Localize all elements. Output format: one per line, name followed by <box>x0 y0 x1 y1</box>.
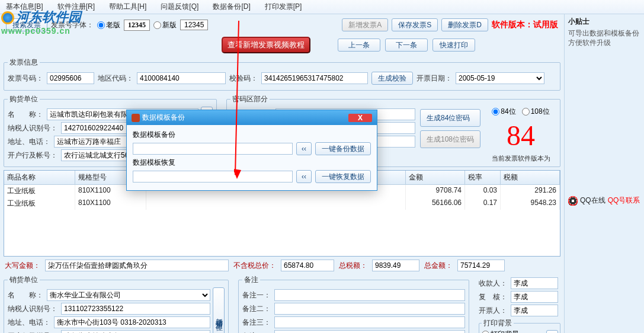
buyer-name-label: 名 称： <box>8 110 43 120</box>
drawer-input[interactable] <box>511 305 558 316</box>
invoice-num-input[interactable] <box>47 72 94 84</box>
review-input[interactable] <box>511 291 558 303</box>
remark4-label: 备注四： <box>242 331 271 334</box>
bg-yes-radio[interactable] <box>482 331 489 333</box>
cap-input[interactable] <box>45 260 229 271</box>
remark2-input[interactable] <box>274 303 465 315</box>
qq-icon <box>568 196 578 206</box>
qq-online-text: QQ在线 <box>580 196 605 206</box>
menu-help[interactable]: 帮助工具[H] <box>109 2 146 12</box>
area-label: 地区代码： <box>98 73 133 84</box>
tips-title: 小贴士 <box>568 17 640 27</box>
old-font-sample: 12345 <box>124 20 150 31</box>
seller-tax-input[interactable] <box>61 303 210 315</box>
qq-status[interactable]: QQ在线 QQ号联系 <box>568 196 640 206</box>
restore-label: 数据模板恢复 <box>133 158 371 168</box>
r84-radio[interactable] <box>492 108 499 116</box>
seller-bank-input[interactable] <box>61 330 210 333</box>
th-amt[interactable]: 金额 <box>406 171 465 185</box>
seller-bank-label: 开户行及帐号： <box>8 331 57 334</box>
menu-bar: 基本信息[B] 软件注册[R] 帮助工具[H] 问题反馈[Q] 数据备份[D] … <box>0 0 644 14</box>
gen108-button[interactable]: 生成108位密码 <box>420 130 480 148</box>
menu-backup[interactable]: 数据备份[D] <box>213 2 250 12</box>
recv-input[interactable] <box>511 277 558 289</box>
bg-yes-label: 打印背景 <box>491 329 519 333</box>
version-text: 软件版本：试用版 <box>492 20 558 30</box>
r108-label: 108位 <box>531 107 550 117</box>
total-input[interactable] <box>457 260 505 271</box>
seller-name-label: 名 称： <box>8 290 43 300</box>
old-font-radio[interactable] <box>97 21 105 29</box>
total-label: 总金额： <box>424 261 453 271</box>
remark1-input[interactable] <box>274 289 465 301</box>
menu-register[interactable]: 软件注册[R] <box>57 2 95 12</box>
add-seller-button[interactable]: 新增销货单位 <box>213 287 225 333</box>
r108-radio[interactable] <box>522 108 530 116</box>
dialog-titlebar[interactable]: 数据模板备份 X <box>127 110 377 125</box>
qq-link[interactable]: QQ号联系 <box>608 196 640 206</box>
restore-path-input[interactable] <box>133 171 293 182</box>
backup-path-input[interactable] <box>133 143 293 155</box>
new-invoice-button[interactable]: 新增发票A <box>342 18 388 31</box>
th-tax[interactable]: 税额 <box>501 171 560 185</box>
date-select[interactable]: 2005-05-19 <box>456 72 544 84</box>
taxsum-input[interactable] <box>372 260 419 271</box>
cap-label: 大写金额： <box>5 261 40 271</box>
prev-button[interactable]: 上一条 <box>338 39 380 52</box>
gen84-button[interactable]: 生成84位密码 <box>420 109 480 127</box>
restore-button[interactable]: 一键恢复数据 <box>315 170 371 183</box>
toolbar: 搜索发票 发票号字体： 老版 12345 新版 12345 新增发票A 保存发票… <box>0 14 564 36</box>
backup-label: 数据模板备份 <box>133 130 371 140</box>
search-invoice-button[interactable]: 搜索发票 <box>6 18 47 31</box>
summary-row: 大写金额： 不含税总价： 总税额： 总金额： <box>0 258 564 273</box>
tutorial-button[interactable]: 查看新增发票视频教程 <box>222 37 310 53</box>
notax-label: 不含税总价： <box>233 261 276 271</box>
tips-body2: 方便软件升级 <box>568 39 640 48</box>
tips-panel: 小贴士 可导出数据和模板备份 方便软件升级 QQ在线 QQ号联系 <box>564 14 644 333</box>
r84-label: 84位 <box>501 107 515 117</box>
delete-invoice-button[interactable]: 删除发票D <box>441 18 488 31</box>
buyer-legend: 购货单位 <box>8 94 40 104</box>
dialog-close-button[interactable]: X <box>348 114 372 122</box>
dialog-title-text: 数据模板备份 <box>142 113 185 123</box>
menu-basic[interactable]: 基本信息[B] <box>6 2 43 12</box>
new-font-radio[interactable] <box>153 21 161 29</box>
new-font-text: 新版 <box>162 20 177 30</box>
th-name[interactable]: 商品名称 <box>4 171 75 185</box>
seller-name-select[interactable]: 衡水华业工业有限公司 <box>47 289 210 301</box>
seller-addr-label: 地址、电话： <box>8 318 50 328</box>
backup-browse-button[interactable]: ‹‹ <box>296 142 312 155</box>
table-row[interactable]: 工业纸板810X110056166.060.179548.23 <box>4 197 560 210</box>
taxsum-label: 总税额： <box>339 261 367 271</box>
backup-button[interactable]: 一键备份数据 <box>315 142 371 155</box>
seller-legend: 销货单位 <box>8 275 40 285</box>
menu-print[interactable]: 打印发票[P] <box>265 2 302 12</box>
notax-input[interactable] <box>281 260 334 271</box>
drawer-label: 开票人： <box>479 306 507 316</box>
menu-feedback[interactable]: 问题反馈[Q] <box>161 2 198 12</box>
backup-dialog: 数据模板备份 X 数据模板备份 ‹‹ 一键备份数据 数据模板恢复 ‹‹ 一键恢复… <box>126 110 377 191</box>
buyer-bank-label: 开户行及帐号： <box>8 151 57 161</box>
date-label: 开票日期： <box>416 73 452 84</box>
remark2-label: 备注二： <box>242 304 271 314</box>
next-button[interactable]: 下一条 <box>385 39 428 52</box>
th-rate[interactable]: 税率 <box>465 171 501 185</box>
remark3-input[interactable] <box>274 316 465 328</box>
save-invoice-button[interactable]: 保存发票S <box>392 18 438 31</box>
invoice-legend: 发票信息 <box>8 57 40 68</box>
add-row-button[interactable]: 添加行 <box>546 330 558 333</box>
bits-big: 84 <box>507 119 535 152</box>
restore-browse-button[interactable]: ‹‹ <box>296 170 312 183</box>
invoice-info: 发票信息 发票号码： 地区代码： 校验码： 生成校验 开票日期： 2005-05… <box>4 57 560 91</box>
check-input[interactable] <box>261 72 368 84</box>
review-label: 复 核： <box>479 292 507 302</box>
gen-check-button[interactable]: 生成校验 <box>371 72 413 85</box>
seller-addr-input[interactable] <box>54 316 210 328</box>
area-input[interactable] <box>137 72 226 84</box>
buyer-addr-label: 地址、电话： <box>8 137 50 147</box>
remark4-input[interactable] <box>274 330 465 333</box>
font-label: 发票号字体： <box>51 20 94 30</box>
quick-print-button[interactable]: 快速打印 <box>432 39 475 52</box>
pwd-legend: 密码区部分 <box>230 94 270 104</box>
remark-fieldset: 备注 备注一： 备注二： 备注三： 备注四： <box>238 275 469 333</box>
